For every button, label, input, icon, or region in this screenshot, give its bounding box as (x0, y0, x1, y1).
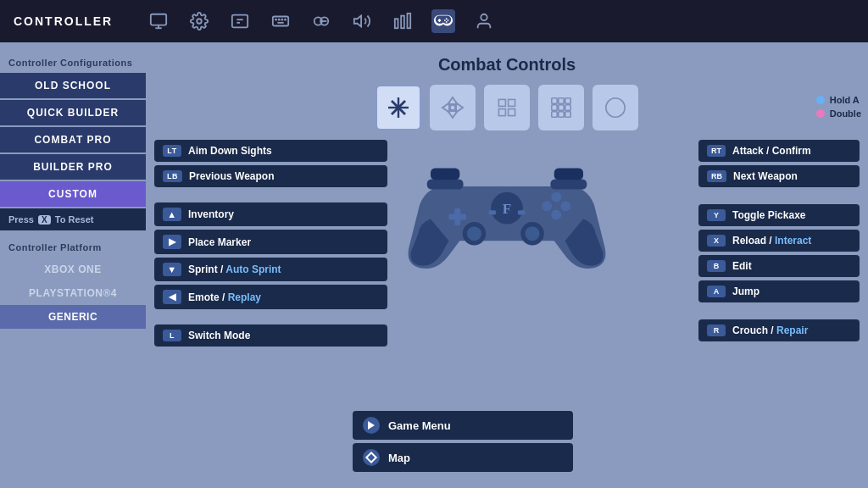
gap4 (698, 306, 860, 319)
right-controls: RT Attack / Confirm RB Next Weapon Y Tog… (690, 140, 868, 345)
back-badge (363, 449, 380, 466)
sidebar-item-generic[interactable]: GENERIC (0, 305, 146, 329)
svg-rect-43 (552, 105, 557, 110)
svg-rect-17 (395, 19, 398, 28)
aim-down-sights-btn[interactable]: LT Aim Down Sights (154, 140, 387, 162)
page-title: Combat Controls (163, 55, 851, 75)
place-marker-btn[interactable]: ▶ Place Marker (154, 230, 387, 254)
attack-confirm-btn[interactable]: RT Attack / Confirm (698, 140, 860, 162)
lb-badge: LB (163, 170, 182, 182)
previous-weapon-btn[interactable]: LB Previous Weapon (154, 165, 387, 187)
y-badge: Y (707, 209, 726, 221)
layout-tab-grid1[interactable] (484, 85, 530, 130)
svg-rect-53 (554, 169, 583, 180)
game-menu-btn[interactable]: Game Menu (353, 411, 573, 440)
svg-point-60 (542, 201, 552, 211)
bottom-controls: Game Menu Map (353, 411, 573, 475)
main-content: Controller Configurations OLD SCHOOL QUI… (0, 42, 868, 488)
next-weapon-label: Next Weapon (733, 170, 798, 182)
toggle-pickaxe-btn[interactable]: Y Toggle Pickaxe (698, 204, 860, 226)
layout-tab-grid2[interactable] (538, 85, 584, 130)
play-badge (363, 417, 380, 434)
layout-tabs (163, 85, 851, 130)
layout-tab-cross[interactable] (376, 85, 421, 130)
nav-display-icon[interactable] (228, 9, 252, 33)
app-title: CONTROLLER (14, 14, 113, 28)
next-weapon-btn[interactable]: RB Next Weapon (698, 165, 860, 187)
nav-gamepad-alt-icon[interactable] (309, 9, 333, 33)
place-marker-label: Place Marker (188, 236, 251, 248)
svg-rect-18 (401, 16, 404, 29)
svg-rect-41 (559, 98, 564, 103)
svg-rect-51 (431, 169, 459, 180)
svg-rect-46 (552, 112, 557, 117)
svg-rect-66 (489, 210, 497, 214)
dpad-up-badge: ▲ (163, 208, 181, 221)
sprint-btn[interactable]: ▼ Sprint / Auto Sprint (154, 258, 387, 281)
dpad-down-badge: ▼ (163, 263, 181, 276)
sidebar-item-quick-builder[interactable]: QUICK BUILDER (0, 100, 146, 125)
legend-hold-label: Hold A (830, 95, 860, 105)
svg-rect-21 (438, 19, 442, 21)
inventory-btn[interactable]: ▲ Inventory (154, 202, 387, 226)
svg-rect-36 (498, 99, 505, 106)
legend-double-dot (816, 109, 825, 118)
emote-btn[interactable]: ◀ Emote / Replay (154, 285, 387, 309)
nav-profile-icon[interactable] (472, 9, 496, 33)
svg-rect-19 (408, 14, 411, 28)
sidebar-item-combat-pro[interactable]: COMBAT PRO (0, 127, 146, 152)
layout-tab-move[interactable] (430, 85, 476, 130)
nav-network-icon[interactable] (391, 9, 415, 33)
svg-point-59 (525, 226, 539, 241)
x-badge: X (707, 235, 726, 247)
sidebar: Controller Configurations OLD SCHOOL QUI… (0, 42, 146, 488)
svg-rect-40 (552, 98, 557, 103)
svg-point-26 (481, 14, 487, 20)
reload-label: Reload / Interact (732, 235, 811, 247)
nav-gear-icon[interactable] (187, 9, 211, 33)
top-bar: CONTROLLER (0, 0, 868, 42)
reload-interact-btn[interactable]: X Reload / Interact (698, 230, 860, 252)
jump-btn[interactable]: A Jump (698, 280, 860, 302)
crouch-repair-btn[interactable]: R Crouch / Repair (698, 319, 860, 341)
svg-point-25 (446, 21, 448, 23)
legend-hold: Hold A (816, 95, 861, 105)
svg-rect-7 (273, 17, 288, 26)
svg-marker-34 (456, 103, 463, 112)
gap2 (154, 313, 387, 324)
top-nav (147, 9, 496, 33)
nav-monitor-icon[interactable] (147, 9, 170, 33)
edit-btn[interactable]: B Edit (698, 255, 860, 277)
crouch-label: Crouch / Repair (732, 324, 808, 336)
nav-controller-icon[interactable] (431, 9, 455, 33)
svg-rect-55 (448, 214, 466, 220)
sidebar-item-xbox[interactable]: XBOX ONE (0, 258, 146, 281)
sidebar-item-builder-pro[interactable]: BUILDER PRO (0, 154, 146, 180)
attack-confirm-label: Attack / Confirm (732, 145, 811, 157)
left-controls: LT Aim Down Sights LB Previous Weapon ▲ … (146, 140, 396, 350)
switch-mode-btn[interactable]: L Switch Mode (154, 324, 387, 347)
svg-point-22 (446, 18, 448, 19)
sidebar-item-ps4[interactable]: PLAYSTATION®4 (0, 281, 146, 305)
previous-weapon-label: Previous Weapon (189, 170, 274, 182)
sidebar-item-custom[interactable]: CUSTOM (0, 181, 146, 207)
a-badge: A (707, 286, 726, 297)
press-reset: Press X To Reset (0, 208, 146, 230)
r-badge: R (707, 324, 726, 336)
map-btn[interactable]: Map (353, 443, 573, 472)
layout-tab-circle[interactable] (593, 85, 638, 130)
svg-rect-67 (518, 210, 526, 214)
edit-label: Edit (732, 260, 752, 272)
svg-text:F: F (503, 201, 511, 217)
svg-rect-42 (565, 98, 570, 103)
sidebar-item-old-school[interactable]: OLD SCHOOL (0, 73, 146, 98)
replay-highlight: Replay (228, 291, 261, 303)
nav-speaker-icon[interactable] (350, 9, 374, 33)
reset-key: X (38, 215, 51, 225)
svg-rect-0 (151, 14, 166, 25)
dpad-left-badge: ◀ (163, 290, 181, 304)
nav-keyboard-icon[interactable] (269, 9, 292, 33)
rb-badge: RB (707, 170, 726, 182)
configurations-title: Controller Configurations (0, 51, 146, 73)
svg-rect-47 (559, 112, 564, 117)
